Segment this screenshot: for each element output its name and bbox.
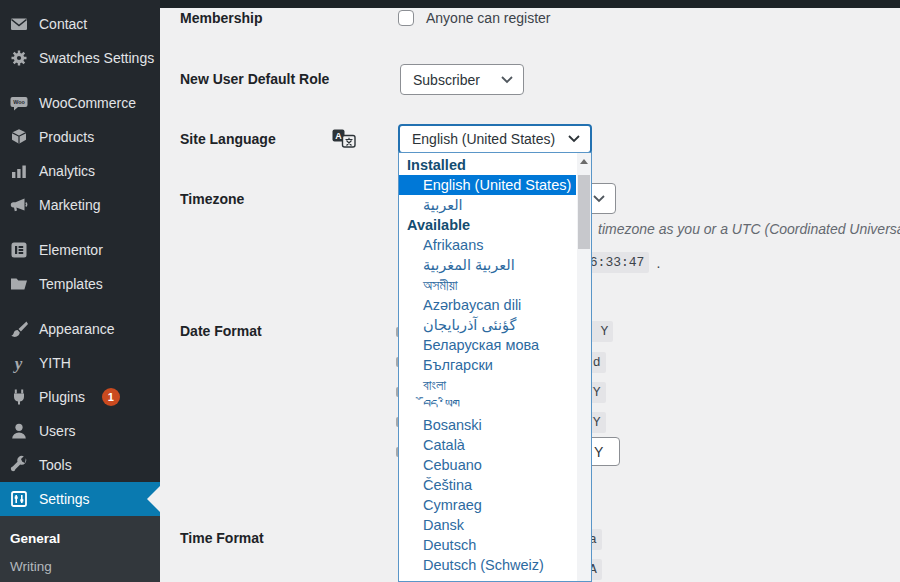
chevron-down-icon bbox=[501, 76, 513, 84]
current-menu-arrow bbox=[147, 486, 160, 512]
language-option[interactable]: Cymraeg bbox=[399, 495, 576, 515]
timezone-label: Timezone bbox=[180, 191, 244, 207]
timezone-help-text: timezone as you or a UTC (Coordinated Un… bbox=[598, 221, 900, 237]
language-option[interactable]: العربية المغربية bbox=[399, 255, 576, 275]
language-option[interactable]: العربية bbox=[399, 195, 576, 215]
sidebar-item-label: Plugins bbox=[39, 389, 85, 405]
language-group-header: Available bbox=[399, 215, 576, 235]
wrench-icon bbox=[8, 455, 29, 475]
language-option[interactable]: Cebuano bbox=[399, 455, 576, 475]
sidebar-item-label: Appearance bbox=[39, 321, 115, 337]
language-option[interactable]: Deutsch (Schweiz) bbox=[399, 555, 576, 575]
sidebar-item-products[interactable]: Products bbox=[0, 120, 160, 154]
dropdown-scrollbar[interactable] bbox=[577, 153, 591, 581]
settings-submenu: General Writing bbox=[0, 516, 160, 582]
envelope-icon bbox=[8, 14, 29, 34]
box-icon bbox=[8, 127, 29, 147]
sidebar-item-label: Marketing bbox=[39, 197, 100, 213]
sidebar-item-label: Users bbox=[39, 423, 76, 439]
site-language-select[interactable]: English (United States) bbox=[398, 124, 592, 154]
default-role-value: Subscriber bbox=[413, 72, 480, 88]
sidebar-item-label: Products bbox=[39, 129, 94, 145]
sidebar-item-contact[interactable]: Contact bbox=[0, 7, 160, 41]
svg-text:A: A bbox=[335, 131, 342, 141]
membership-label: Membership bbox=[180, 10, 262, 26]
default-role-select[interactable]: Subscriber bbox=[400, 64, 524, 95]
site-language-label: Site Language bbox=[180, 131, 276, 147]
sliders-icon bbox=[8, 489, 29, 509]
yith-icon: y bbox=[8, 353, 29, 373]
sidebar-item-templates[interactable]: Templates bbox=[0, 267, 160, 301]
language-option[interactable]: বাংলা bbox=[399, 375, 576, 395]
chevron-down-icon bbox=[593, 195, 605, 203]
time-format-label: Time Format bbox=[180, 530, 264, 546]
language-option[interactable]: گؤنئی آذربایجان bbox=[399, 315, 576, 335]
sidebar-item-settings[interactable]: Settings bbox=[0, 482, 160, 516]
sidebar-item-label: Contact bbox=[39, 16, 87, 32]
sidebar-item-swatches-settings[interactable]: Swatches Settings bbox=[0, 41, 160, 75]
sidebar-item-marketing[interactable]: Marketing bbox=[0, 188, 160, 222]
sidebar-item-users[interactable]: Users bbox=[0, 414, 160, 448]
user-icon bbox=[8, 421, 29, 441]
translation-icon: A bbox=[332, 129, 356, 148]
svg-text:Woo: Woo bbox=[13, 99, 25, 105]
sidebar-item-label: Templates bbox=[39, 276, 103, 292]
language-group-header: Installed bbox=[399, 155, 576, 175]
scroll-up-arrow-icon[interactable] bbox=[580, 159, 588, 164]
sidebar-item-label: Swatches Settings bbox=[39, 50, 154, 66]
sidebar-separator bbox=[0, 75, 160, 86]
plug-icon bbox=[8, 387, 29, 407]
default-role-label: New User Default Role bbox=[180, 71, 329, 87]
language-option[interactable]: অসমীয়া bbox=[399, 275, 576, 295]
sidebar-item-tools[interactable]: Tools bbox=[0, 448, 160, 482]
language-option-list: InstalledEnglish (United States)العربيةA… bbox=[399, 155, 576, 575]
sidebar-item-woocommerce[interactable]: Woo WooCommerce bbox=[0, 86, 160, 120]
language-option[interactable]: Azərbaycan dili bbox=[399, 295, 576, 315]
sidebar-item-label: Elementor bbox=[39, 242, 103, 258]
language-option[interactable]: Български bbox=[399, 355, 576, 375]
utc-period: . bbox=[656, 255, 660, 271]
paintbrush-icon bbox=[8, 319, 29, 339]
admin-sidebar: Contact Swatches Settings Woo WooCommerc… bbox=[0, 0, 160, 582]
woocommerce-icon: Woo bbox=[8, 93, 29, 113]
sidebar-separator bbox=[0, 301, 160, 312]
site-language-dropdown-list[interactable]: InstalledEnglish (United States)العربيةA… bbox=[398, 152, 592, 582]
language-option[interactable]: བོད་ཡིག bbox=[399, 395, 576, 415]
wordpress-admin-screen: Contact Swatches Settings Woo WooCommerc… bbox=[0, 0, 900, 582]
language-option[interactable]: Dansk bbox=[399, 515, 576, 535]
sidebar-item-yith[interactable]: y YITH bbox=[0, 346, 160, 380]
sidebar-separator bbox=[0, 222, 160, 233]
site-language-value: English (United States) bbox=[412, 131, 555, 147]
scrollbar-thumb[interactable] bbox=[578, 175, 590, 249]
plugins-update-badge: 1 bbox=[102, 388, 120, 406]
membership-checkbox-label: Anyone can register bbox=[426, 10, 551, 26]
submenu-item-general[interactable]: General bbox=[0, 525, 160, 553]
elementor-icon bbox=[8, 240, 29, 260]
language-option[interactable]: Bosanski bbox=[399, 415, 576, 435]
language-option[interactable]: Беларуская мова bbox=[399, 335, 576, 355]
language-option[interactable]: Afrikaans bbox=[399, 235, 576, 255]
sidebar-item-label: YITH bbox=[39, 355, 71, 371]
membership-checkbox[interactable] bbox=[398, 10, 414, 26]
language-option[interactable]: Čeština bbox=[399, 475, 576, 495]
chevron-down-icon bbox=[568, 135, 580, 143]
sidebar-item-label: Tools bbox=[39, 457, 72, 473]
sidebar-item-appearance[interactable]: Appearance bbox=[0, 312, 160, 346]
submenu-item-writing[interactable]: Writing bbox=[0, 553, 160, 581]
sidebar-item-elementor[interactable]: Elementor bbox=[0, 233, 160, 267]
sidebar-item-label: Settings bbox=[39, 491, 90, 507]
sidebar-item-analytics[interactable]: Analytics bbox=[0, 154, 160, 188]
language-option[interactable]: Deutsch bbox=[399, 535, 576, 555]
gear-icon bbox=[8, 48, 29, 68]
language-option[interactable]: English (United States) bbox=[399, 175, 576, 195]
megaphone-icon bbox=[8, 195, 29, 215]
sidebar-item-plugins[interactable]: Plugins 1 bbox=[0, 380, 160, 414]
date-format-label: Date Format bbox=[180, 323, 262, 339]
language-option[interactable]: Català bbox=[399, 435, 576, 455]
sidebar-item-label: WooCommerce bbox=[39, 95, 136, 111]
sidebar-item-label: Analytics bbox=[39, 163, 95, 179]
bar-chart-icon bbox=[8, 161, 29, 181]
folder-icon bbox=[8, 274, 29, 294]
